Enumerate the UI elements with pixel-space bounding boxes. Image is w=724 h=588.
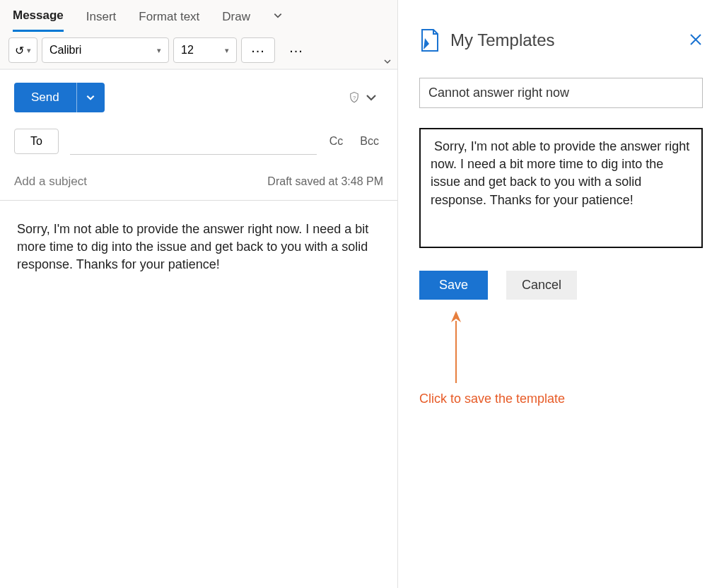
message-compose-area: Send ? To Cc Bcc Add a subject Draft sav…: [0, 69, 397, 588]
save-button[interactable]: Save: [419, 271, 488, 300]
to-button[interactable]: To: [14, 129, 59, 154]
recipients-row: To Cc Bcc: [0, 122, 397, 160]
bcc-button[interactable]: Bcc: [356, 135, 383, 148]
tab-message[interactable]: Message: [13, 8, 64, 32]
template-buttons: Save Cancel: [419, 271, 703, 300]
font-name-label: Calibri: [49, 44, 81, 57]
annotation-arrow-icon: [449, 307, 703, 387]
tab-draw[interactable]: Draw: [222, 10, 250, 31]
subject-input[interactable]: Add a subject: [14, 175, 87, 189]
close-icon: [689, 33, 703, 47]
cancel-button[interactable]: Cancel: [506, 271, 577, 300]
send-row: Send ?: [0, 70, 397, 122]
chevron-down-icon: ▾: [27, 46, 31, 55]
compose-pane: Message Insert Format text Draw ↺ ▾ Cali…: [0, 0, 397, 588]
templates-title: My Templates: [450, 30, 555, 50]
font-family-select[interactable]: Calibri ▾: [42, 37, 169, 63]
toolbar-overflow-button-2[interactable]: ···: [279, 37, 313, 63]
tab-insert[interactable]: Insert: [86, 10, 117, 31]
send-dropdown-button[interactable]: [76, 83, 105, 112]
font-size-select[interactable]: 12 ▾: [173, 37, 237, 63]
svg-text:?: ?: [353, 95, 356, 101]
chevron-down-icon: [365, 91, 378, 104]
ribbon-expand-chevron-icon[interactable]: [383, 57, 392, 67]
send-button-group: Send: [14, 83, 105, 112]
close-button[interactable]: [689, 31, 703, 51]
undo-icon: ↺: [15, 44, 24, 57]
subject-row: Add a subject Draft saved at 3:48 PM: [0, 160, 397, 201]
send-button[interactable]: Send: [14, 83, 76, 112]
chevron-down-icon: [86, 93, 95, 102]
undo-button[interactable]: ↺ ▾: [8, 37, 37, 63]
template-name-input[interactable]: [419, 78, 703, 108]
chevron-down-icon: ▾: [157, 46, 161, 55]
font-size-label: 12: [181, 44, 194, 57]
templates-icon: [419, 28, 440, 52]
toolbar-overflow-button[interactable]: ···: [241, 37, 275, 63]
to-input[interactable]: [70, 128, 317, 155]
chevron-down-icon: ▾: [225, 46, 229, 55]
cc-button[interactable]: Cc: [325, 135, 348, 148]
shield-icon: ?: [348, 91, 361, 104]
tab-format-text[interactable]: Format text: [139, 10, 199, 31]
annotation-text: Click to save the template: [419, 392, 703, 406]
draft-saved-label: Draft saved at 3:48 PM: [267, 175, 383, 188]
templates-header: My Templates: [419, 28, 703, 52]
my-templates-pane: My Templates Save Cancel Click to save t…: [397, 0, 724, 588]
sensitivity-button[interactable]: ?: [348, 91, 383, 104]
template-body-input[interactable]: [419, 128, 703, 248]
message-body-input[interactable]: Sorry, I'm not able to provide the answe…: [0, 201, 397, 294]
ribbon-tabs: Message Insert Format text Draw: [0, 0, 397, 32]
formatting-toolbar: ↺ ▾ Calibri ▾ 12 ▾ ··· ···: [0, 32, 397, 69]
tab-overflow-chevron-icon[interactable]: [273, 10, 283, 31]
